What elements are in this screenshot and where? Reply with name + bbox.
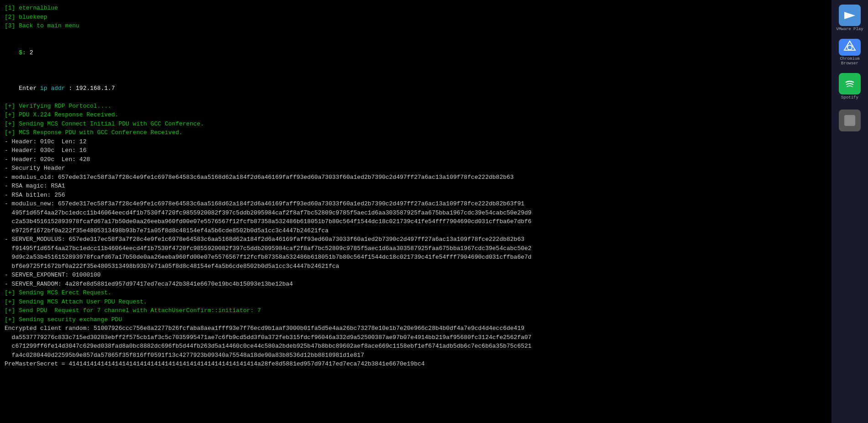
sidebar-icon-unknown[interactable] — [836, 107, 863, 135]
dollar-sign: $: — [19, 49, 29, 56]
unknown-icon — [839, 110, 861, 131]
svg-point-3 — [848, 46, 852, 49]
colon-sep: : — [65, 85, 76, 92]
output-line-16: - SERVER_MODULUS: 657ede317ec58f3a7f28c4… — [5, 235, 827, 244]
output-line-19: bf6e9725f1672bf0a222f35e4805313498b93b7e… — [5, 262, 827, 271]
output-line-2: [+] PDU X.224 Response Received. — [5, 110, 827, 120]
spotify-label: Spotify — [841, 96, 858, 100]
sidebar-icon-spotify[interactable]: Spotify — [836, 73, 863, 100]
output-line-8: - Security Header — [5, 164, 827, 173]
sidebar-icon-vmware[interactable]: VMware Play — [836, 5, 863, 32]
menu-item-2[interactable]: [2] bluekeep — [5, 13, 827, 22]
output-line-25: [+] Sending security exchange PDU — [5, 315, 827, 324]
output-line-7: - Header: 020c Len: 428 — [5, 155, 827, 164]
output-line-17: f91495f1d65f4aa27bc1edcc11b46064eecd4f1b… — [5, 244, 827, 253]
enter-label: Enter — [19, 85, 40, 92]
ip-value: 192.168.1.7 — [76, 85, 115, 92]
output-line-10: - RSA magic: RSA1 — [5, 182, 827, 191]
prompt-value: 2 — [30, 49, 33, 56]
menu-item-1[interactable]: [1] eternalblue — [5, 4, 827, 13]
output-line-9: - modulus_old: 657ede317ec58f3a7f28c4e9f… — [5, 173, 827, 182]
sidebar-icon-chromium[interactable]: Chromium Browser — [836, 39, 863, 66]
blank-line-2 — [5, 66, 827, 75]
output-line-14: c2a53b4516152893978fcafd67a17b50de0aa26e… — [5, 217, 827, 226]
output-line-5: - Header: 010c Len: 12 — [5, 137, 827, 146]
vmware-icon — [839, 5, 861, 26]
spotify-icon — [839, 73, 861, 94]
prompt-line: $: 2 — [5, 39, 827, 66]
output-line-30: PreMasterSecret = 4141414141414141414141… — [5, 360, 827, 369]
output-line-4: [+] MCS Response PDU with GCC Conference… — [5, 128, 827, 137]
output-line-15: e9725f1672bf0a222f35e4805313498b93b7e71a… — [5, 226, 827, 235]
output-line-26: Encrypted client random: 51007926ccc756e… — [5, 324, 827, 333]
chromium-label: Chromium Browser — [836, 57, 863, 66]
output-line-11: - RSA bitlen: 256 — [5, 191, 827, 200]
sidebar: VMware Play Chromium Browser Spotify — [831, 0, 868, 423]
blank-line-1 — [5, 31, 827, 40]
output-line-24: [+] Send PDU Request for 7 channel with … — [5, 306, 827, 315]
svg-rect-5 — [844, 115, 855, 126]
output-line-23: [+] Sending MCS Attach User PDU Request. — [5, 298, 827, 307]
menu-item-3[interactable]: [3] Back to main menu — [5, 21, 827, 31]
output-line-20: - SERVER_EXPONENT: 01000100 — [5, 271, 827, 280]
output-line-1: [+] Verifying RDP Portocol.... — [5, 102, 827, 111]
output-line-3: [+] Sending MCS Connect Initial PDU with… — [5, 120, 827, 129]
output-line-6: - Header: 030c Len: 16 — [5, 146, 827, 155]
output-line-27: da5537779276c833c715ed30283ebff2f575cb1a… — [5, 333, 827, 342]
chromium-icon — [839, 39, 861, 56]
ip-input-line: Enter ip addr : 192.168.1.7 — [5, 75, 827, 102]
terminal-area: [1] eternalblue [2] bluekeep [3] Back to… — [0, 0, 831, 423]
output-line-13: 495f1d65f4aa27bc1edcc11b46064eecd4f1b753… — [5, 209, 827, 218]
output-line-21: - SERVER_RANDOM: 4a28fe8d5881ed957d97417… — [5, 280, 827, 289]
output-line-28: c671299ff6fe14d3047c629ed038fad8a0bc8882… — [5, 342, 827, 351]
output-line-12: - modulus_new: 657ede317ec58f3a7f28c4e9f… — [5, 199, 827, 209]
output-line-18: 9d9c2a53b4516152893978fcafd67a17b50de0aa… — [5, 253, 827, 262]
ip-addr-label: ip addr — [40, 85, 65, 92]
vmware-label: VMware Play — [836, 27, 863, 32]
svg-marker-0 — [844, 12, 855, 19]
output-line-22: [+] Sending MCS Erect Request. — [5, 288, 827, 298]
output-line-29: fa4c0280440d22595b9e857da57865f35f816ff0… — [5, 351, 827, 360]
